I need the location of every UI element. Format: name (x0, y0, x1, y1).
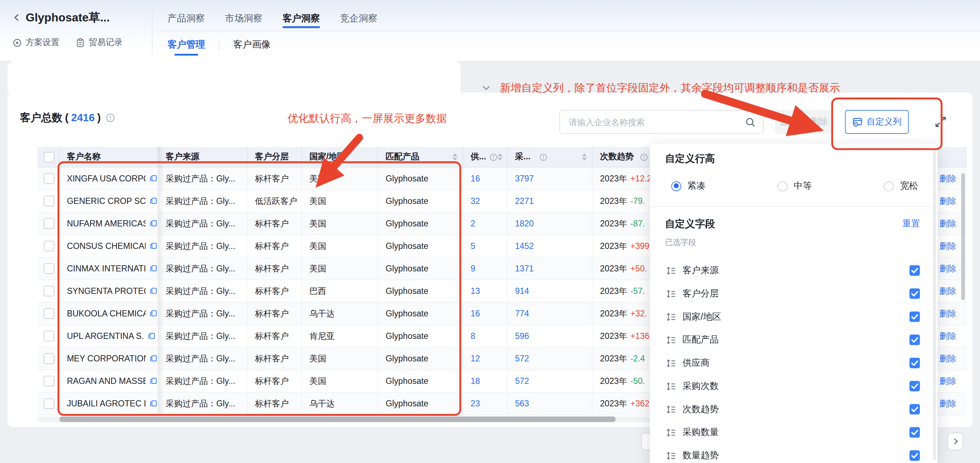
checked-checkbox-icon[interactable] (909, 404, 920, 414)
info-icon[interactable] (640, 153, 648, 161)
search-icon[interactable] (745, 117, 756, 127)
row-checkbox[interactable] (44, 218, 54, 228)
checked-checkbox-icon[interactable] (909, 288, 920, 299)
delete-row-link[interactable]: 删除 (939, 398, 956, 409)
supplier-count-link[interactable]: 16 (471, 309, 480, 318)
col-customer-name[interactable]: 客户名称 (59, 147, 158, 167)
customer-name-link[interactable]: UPL ARGENTINA S. (67, 331, 144, 341)
horizontal-scrollbar[interactable] (37, 417, 650, 422)
col-suppliers[interactable]: 供... (463, 147, 508, 167)
radio-selected-icon[interactable] (671, 181, 681, 191)
subtab-customer-management[interactable]: 客户管理 (167, 36, 205, 59)
copy-icon[interactable] (149, 264, 158, 273)
delete-row-link[interactable]: 删除 (939, 196, 956, 207)
drag-reorder-icon[interactable] (666, 451, 676, 461)
purchase-count-link[interactable]: 3797 (515, 174, 534, 183)
purchase-count-link[interactable]: 572 (515, 376, 529, 386)
radio-icon[interactable] (884, 181, 894, 191)
customer-name-link[interactable]: MEY CORPORATION (67, 354, 145, 363)
row-checkbox[interactable] (44, 286, 54, 297)
reset-link[interactable]: 重置 (902, 218, 920, 229)
copy-icon[interactable] (149, 377, 158, 385)
radio-icon[interactable] (778, 181, 788, 191)
row-height-option[interactable]: 宽松 (884, 180, 980, 192)
delete-row-link[interactable]: 删除 (939, 241, 956, 252)
supplier-count-link[interactable]: 16 (471, 174, 480, 183)
subtab-customer-profile[interactable]: 客户画像 (233, 36, 270, 59)
customer-name-link[interactable]: RAGAN AND MASSE (67, 376, 145, 386)
vertical-scrollbar-thumb[interactable] (961, 173, 965, 300)
checked-checkbox-icon[interactable] (909, 265, 920, 276)
col-matched-product[interactable]: 匹配产品 (378, 147, 463, 167)
info-icon[interactable] (489, 153, 497, 161)
purchase-count-link[interactable]: 572 (515, 354, 529, 363)
field-list-item[interactable]: 客户分层 (650, 282, 937, 305)
field-list-item[interactable]: 次数趋势 (650, 398, 937, 421)
purchase-count-link[interactable]: 563 (515, 399, 529, 408)
collapse-chevron-icon[interactable] (480, 81, 492, 94)
purchase-count-link[interactable]: 914 (515, 286, 529, 296)
col-customer-tier[interactable]: 客户分层 (247, 147, 302, 167)
drag-reorder-icon[interactable] (666, 335, 676, 345)
drag-reorder-icon[interactable] (666, 266, 676, 276)
delete-row-link[interactable]: 删除 (939, 263, 956, 274)
supplier-count-link[interactable]: 2 (471, 219, 476, 228)
purchase-count-link[interactable]: 1820 (515, 219, 534, 228)
customer-name-link[interactable]: NUFARM AMERICAS, (67, 219, 145, 228)
back-chevron-icon[interactable] (12, 13, 21, 21)
supplier-count-link[interactable]: 8 (471, 331, 476, 341)
supplier-count-link[interactable]: 13 (471, 286, 480, 296)
delete-row-link[interactable]: 删除 (939, 286, 956, 297)
purchase-count-link[interactable]: 596 (515, 331, 529, 341)
supplier-count-link[interactable]: 5 (471, 241, 476, 251)
field-list-item[interactable]: 采购次数 (650, 374, 937, 398)
copy-icon[interactable] (147, 332, 156, 340)
supplier-count-link[interactable]: 18 (471, 376, 480, 386)
delete-row-link[interactable]: 删除 (939, 375, 956, 387)
next-page-button[interactable] (947, 433, 963, 450)
customer-name-link[interactable]: JUBAILI AGROTEC LI (67, 399, 145, 408)
copy-icon[interactable] (149, 354, 158, 363)
customer-name-link[interactable]: XINGFA USA CORPO (67, 174, 145, 183)
row-height-option[interactable]: 紧凑 (671, 180, 778, 192)
row-checkbox[interactable] (44, 376, 54, 386)
customer-name-link[interactable]: CINMAX INTERNATIO (67, 264, 145, 273)
row-checkbox[interactable] (44, 398, 54, 409)
field-list-item[interactable]: 匹配产品 (650, 328, 937, 351)
col-customer-source[interactable]: 客户来源 (158, 147, 247, 167)
copy-icon[interactable] (149, 399, 158, 408)
row-checkbox[interactable] (44, 353, 54, 364)
trade-records-button[interactable]: 贸易记录 (76, 37, 123, 48)
drag-reorder-icon[interactable] (666, 312, 676, 322)
row-checkbox[interactable] (44, 173, 54, 184)
row-checkbox[interactable] (44, 263, 54, 274)
customer-name-link[interactable]: BUKOOLA CHEMICA (67, 309, 145, 318)
purchase-count-link[interactable]: 1371 (515, 264, 534, 273)
customer-name-link[interactable]: CONSUS CHEMICAL (67, 241, 145, 251)
field-list-item[interactable]: 采购数量 (650, 421, 937, 444)
purchase-count-link[interactable]: 1452 (515, 241, 534, 251)
supplier-count-link[interactable]: 12 (471, 354, 480, 363)
checked-checkbox-icon[interactable] (909, 311, 920, 322)
drag-reorder-icon[interactable] (666, 428, 676, 437)
delete-row-link[interactable]: 删除 (939, 218, 956, 229)
purchase-count-link[interactable]: 2271 (515, 196, 534, 206)
panel-scrollbar[interactable] (933, 150, 936, 460)
fullscreen-icon[interactable] (934, 115, 947, 129)
checked-checkbox-icon[interactable] (909, 358, 920, 368)
info-icon[interactable] (106, 113, 115, 123)
breadcrumb[interactable]: Glyphosate草... (12, 10, 110, 25)
supplier-count-link[interactable]: 23 (471, 399, 480, 408)
info-icon[interactable] (539, 153, 547, 161)
field-list-item[interactable]: 供应商 (650, 351, 937, 374)
copy-icon[interactable] (149, 174, 158, 183)
delete-row-link[interactable]: 删除 (939, 353, 956, 364)
drag-reorder-icon[interactable] (666, 289, 676, 299)
horizontal-scrollbar-thumb[interactable] (59, 417, 616, 422)
search-input[interactable] (568, 117, 745, 127)
scheme-settings-button[interactable]: 方案设置 (12, 37, 59, 48)
drag-reorder-icon[interactable] (666, 404, 676, 414)
drag-reorder-icon[interactable] (666, 381, 676, 391)
customer-name-link[interactable]: SYNGENTA PROTEC (67, 286, 145, 296)
copy-icon[interactable] (149, 309, 158, 318)
